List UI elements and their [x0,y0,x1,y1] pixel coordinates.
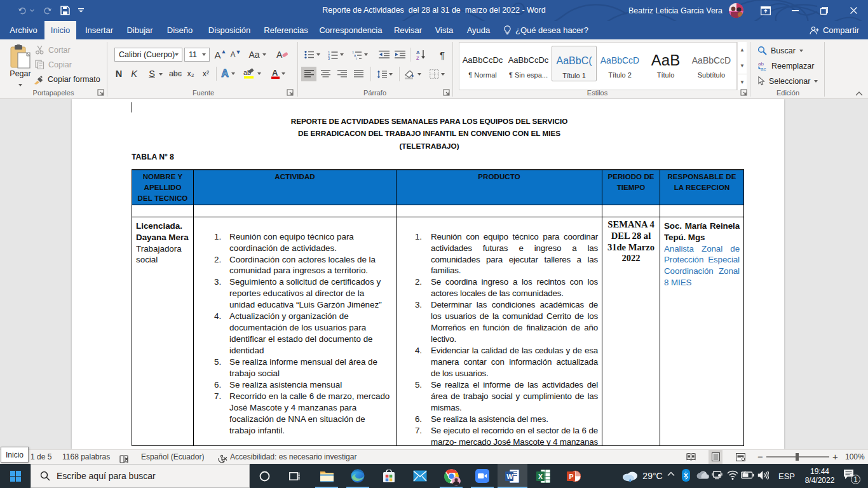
sort-button[interactable]: AZ [413,48,430,62]
avatar[interactable] [729,3,743,18]
tab-disposición[interactable]: Disposición [201,21,257,39]
volume-icon[interactable] [757,470,769,480]
close-button[interactable] [839,0,868,21]
style-subtítulo[interactable]: AaBbCcDSubtítulo [689,46,734,81]
tab-diseño[interactable]: Diseño [161,21,199,39]
font-dialog-launcher[interactable] [286,88,295,97]
accessibility-status[interactable]: Accesibilidad: es necesario investigar [230,450,356,464]
tab-correspondencia[interactable]: Correspondencia [314,21,388,39]
highlight-button[interactable]: ab [241,67,263,81]
weather-widget[interactable]: 29°C [618,464,667,488]
word-button[interactable]: W [498,464,527,488]
bluetooth-icon[interactable] [682,469,690,482]
chrome-button[interactable] [436,464,466,488]
task-view-button[interactable] [281,464,309,488]
notification-center-button[interactable]: 1 [843,469,856,481]
clipboard-dialog-launcher[interactable] [97,88,105,97]
clear-formatting-button[interactable]: A [275,48,291,62]
subscript-button[interactable]: x₂ [183,67,198,81]
tray-expand-icon[interactable] [667,471,675,477]
font-size-combo[interactable]: 11 [184,48,210,62]
cut-button[interactable]: Cortar [35,45,71,55]
keyboard-language[interactable]: ESP [778,471,795,481]
multilevel-list-button[interactable]: 1ai [350,48,369,62]
powerpoint-button[interactable]: P [559,464,589,488]
increase-indent-button[interactable] [392,48,407,62]
find-button[interactable]: Buscar [757,46,803,55]
account-info[interactable]: Beatriz Leticia Garcia Vera [628,0,743,21]
battery-icon[interactable] [741,471,754,479]
grow-font-button[interactable]: A▲ [214,48,227,62]
font-name-combo[interactable]: Calibri (Cuerpo) [114,48,182,62]
paste-button[interactable]: Pegar [5,43,36,90]
zoom-in-button[interactable]: + [832,450,838,464]
share-button[interactable]: Compartir [810,21,859,39]
shrink-font-button[interactable]: A▼ [229,48,243,62]
shading-button[interactable] [402,67,423,81]
document-area[interactable]: REPORTE DE ACTVIDADES SEMANALES PARA LOS… [0,99,868,449]
styles-scroll-down[interactable]: ▼ [738,58,747,74]
align-center-button[interactable] [318,67,333,81]
tell-me-box[interactable]: ¿Qué desea hacer? [504,21,588,39]
read-mode-button[interactable] [685,451,696,463]
align-left-button[interactable] [301,67,316,81]
web-layout-button[interactable] [735,451,746,463]
strikethrough-button[interactable]: abc [166,67,184,81]
restore-button[interactable] [810,0,839,21]
borders-button[interactable] [426,67,449,81]
excel-button[interactable]: X [528,464,559,488]
onedrive-icon[interactable] [696,471,709,479]
page-indicator[interactable]: 1 de 5 [31,450,51,464]
minimize-button[interactable] [780,0,810,21]
taskbar-clock[interactable]: 19:44 8/4/2022 [800,467,839,485]
start-button[interactable] [0,464,31,488]
collapse-ribbon-icon[interactable] [855,92,863,96]
styles-dialog-launcher[interactable] [740,88,749,97]
word-count[interactable]: 1168 palabras [62,450,110,464]
cast-icon[interactable] [712,470,722,480]
style-título[interactable]: AaBTítulo [643,46,688,81]
change-case-button[interactable]: Aa [247,48,268,62]
format-painter-button[interactable]: Copiar formato [34,74,100,85]
align-right-button[interactable] [334,67,349,81]
tab-referencias[interactable]: Referencias [258,21,314,39]
file-explorer-button[interactable] [311,464,342,488]
tab-inicio[interactable]: Inicio [44,21,76,39]
taskbar-search-box[interactable]: Escribe aquí para buscar [31,464,250,488]
decrease-indent-button[interactable] [376,48,391,62]
style--normal[interactable]: AaBbCcDc¶ Normal [460,46,505,81]
justify-button[interactable] [351,67,366,81]
language-indicator[interactable]: Español (Ecuador) [141,450,204,464]
show-marks-button[interactable]: ¶ [435,48,450,62]
ribbon-display-options-button[interactable] [751,0,780,21]
line-spacing-button[interactable] [374,67,395,81]
tab-revisar[interactable]: Revisar [388,21,428,39]
store-button[interactable] [374,464,404,488]
bullets-button[interactable] [302,48,322,62]
zoom-slider-thumb[interactable] [796,453,799,461]
zoom-app-button[interactable] [467,464,498,488]
print-layout-button[interactable] [709,450,722,464]
styles-scroll-up[interactable]: ▲ [738,42,747,58]
superscript-button[interactable]: x² [198,67,214,81]
text-effects-button[interactable]: A [219,67,238,81]
zoom-out-button[interactable]: − [757,450,763,464]
tab-archivo[interactable]: Archivo [5,21,42,39]
font-color-button[interactable]: A [267,67,288,81]
paragraph-dialog-launcher[interactable] [442,88,451,97]
replace-button[interactable]: abac Reemplazar [757,61,814,71]
select-button[interactable]: Seleccionar [757,76,818,86]
tab-vista[interactable]: Vista [429,21,459,39]
underline-dropdown-arrow[interactable] [159,73,163,76]
cortana-button[interactable] [251,464,278,488]
tab-insertar[interactable]: Insertar [79,21,119,39]
bold-button[interactable]: N [112,67,126,81]
style--sin-espa-[interactable]: AaBbCcDc¶ Sin espa... [506,46,551,81]
style-título-1[interactable]: AaBbC(Título 1 [552,46,597,81]
mail-button[interactable] [405,464,435,488]
tab-dibujar[interactable]: Dibujar [121,21,159,39]
tab-ayuda[interactable]: Ayuda [461,21,496,39]
wifi-icon[interactable] [727,470,738,480]
copy-button[interactable]: Copiar [35,60,72,69]
document-page[interactable]: REPORTE DE ACTVIDADES SEMANALES PARA LOS… [72,99,784,449]
